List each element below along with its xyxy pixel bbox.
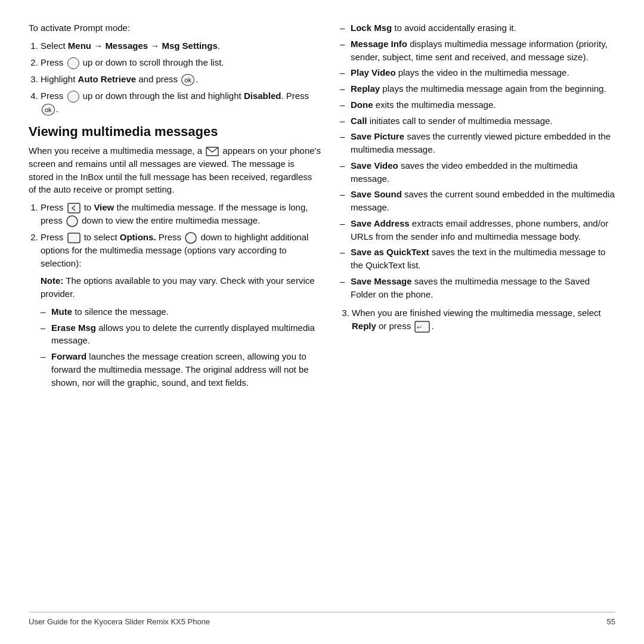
save-picture-label: Save Picture <box>351 131 404 141</box>
reply-icon: ↩ <box>414 321 430 333</box>
main-step-1: Press to View the multimedia message. If… <box>41 201 321 227</box>
step3-list: When you are finished viewing the multim… <box>340 306 615 333</box>
option-lock-msg: Lock Msg to avoid accidentally erasing i… <box>340 21 615 35</box>
step-1: Select Menu → Messages → Msg Settings. <box>41 39 321 52</box>
note-block: Note: The options available to you may v… <box>41 274 321 301</box>
section-intro: When you receive a multimedia message, a… <box>29 144 321 196</box>
save-sound-label: Save Sound <box>351 189 402 199</box>
option-erase: Erase Msg allows you to delete the curre… <box>41 321 321 348</box>
svg-rect-1 <box>68 203 80 213</box>
menu-bold: Menu <box>68 41 91 51</box>
ok-icon-2: ok <box>42 104 55 116</box>
footer-right: 55 <box>607 617 615 626</box>
option-mute: Mute to silence the message. <box>41 305 321 318</box>
intro-text: To activate Prompt mode: <box>29 21 321 35</box>
play-video-label: Play Video <box>351 67 396 78</box>
reply-bold: Reply <box>352 321 376 331</box>
step-2: Press up or down to scroll through the l… <box>41 56 321 69</box>
nav-circle-icon-4 <box>185 232 197 244</box>
auto-retrieve-bold: Auto Retrieve <box>78 74 137 84</box>
content-area: To activate Prompt mode: Select Menu → M… <box>29 21 615 606</box>
forward-label: Forward <box>51 351 86 361</box>
top-steps-list: Select Menu → Messages → Msg Settings. P… <box>29 39 321 116</box>
option-replay: Replay plays the multimedia message agai… <box>340 82 615 95</box>
right-column: Lock Msg to avoid accidentally erasing i… <box>340 21 615 606</box>
option-message-info: Message Info displays multimedia message… <box>340 38 615 64</box>
option-save-message: Save Message saves the multimedia messag… <box>340 275 615 301</box>
note-label: Note: <box>41 275 63 286</box>
view-bold: View <box>94 202 114 212</box>
left-column: To activate Prompt mode: Select Menu → M… <box>29 21 321 606</box>
save-address-label: Save Address <box>351 218 410 228</box>
section-heading: Viewing multimedia messages <box>29 124 321 140</box>
option-call: Call initiates call to sender of multime… <box>340 114 615 128</box>
nav-circle-icon-3 <box>66 215 78 227</box>
svg-point-2 <box>67 216 78 227</box>
save-message-label: Save Message <box>351 276 412 286</box>
nav-circle-icon <box>67 57 79 69</box>
done-label: Done <box>351 100 373 110</box>
option-save-sound: Save Sound saves the current sound embed… <box>340 188 615 214</box>
page: To activate Prompt mode: Select Menu → M… <box>0 0 644 644</box>
footer-left: User Guide for the Kyocera Slider Remix … <box>29 617 210 626</box>
svg-text:↩: ↩ <box>417 324 422 330</box>
mute-label: Mute <box>51 306 72 317</box>
replay-label: Replay <box>351 83 380 94</box>
ok-icon: ok <box>181 74 194 86</box>
save-video-label: Save Video <box>351 160 398 171</box>
options-list-left: Mute to silence the message. Erase Msg a… <box>41 305 321 389</box>
option-done: Done exits the multimedia message. <box>340 98 615 112</box>
option-save-video: Save Video saves the video embedded in t… <box>340 159 615 185</box>
footer: User Guide for the Kyocera Slider Remix … <box>29 612 615 626</box>
save-quicktext-label: Save as QuickText <box>351 247 429 257</box>
soft-key-icon <box>67 233 80 243</box>
msg-settings-bold: Msg Settings <box>162 41 217 51</box>
step-4: Press up or down through the list and hi… <box>41 89 321 116</box>
main-steps-list: Press to View the multimedia message. If… <box>29 201 321 389</box>
step-3: Highlight Auto Retrieve and press ok. <box>41 73 321 86</box>
options-bold: Options. <box>120 232 156 242</box>
option-forward: Forward launches the message creation sc… <box>41 350 321 389</box>
option-save-quicktext: Save as QuickText saves the text in the … <box>340 246 615 272</box>
step3-item: When you are finished viewing the multim… <box>352 306 615 333</box>
messages-bold: Messages <box>105 41 148 51</box>
message-info-label: Message Info <box>351 39 407 49</box>
options-list-right: Lock Msg to avoid accidentally erasing i… <box>340 21 615 301</box>
main-step-2: Press to select Options. Press down to h… <box>41 231 321 389</box>
svg-rect-3 <box>68 233 80 243</box>
nav-circle-icon-2 <box>67 91 79 103</box>
option-play-video: Play Video plays the video in the multim… <box>340 66 615 79</box>
disabled-bold: Disabled <box>244 91 281 101</box>
option-save-picture: Save Picture saves the currently viewed … <box>340 130 615 156</box>
erase-label: Erase Msg <box>51 323 96 333</box>
call-label: Call <box>351 116 367 126</box>
envelope-icon <box>206 147 219 156</box>
lock-msg-label: Lock Msg <box>351 23 392 33</box>
left-arrow-icon <box>67 203 80 213</box>
svg-point-4 <box>185 233 196 243</box>
option-save-address: Save Address extracts email addresses, p… <box>340 217 615 243</box>
